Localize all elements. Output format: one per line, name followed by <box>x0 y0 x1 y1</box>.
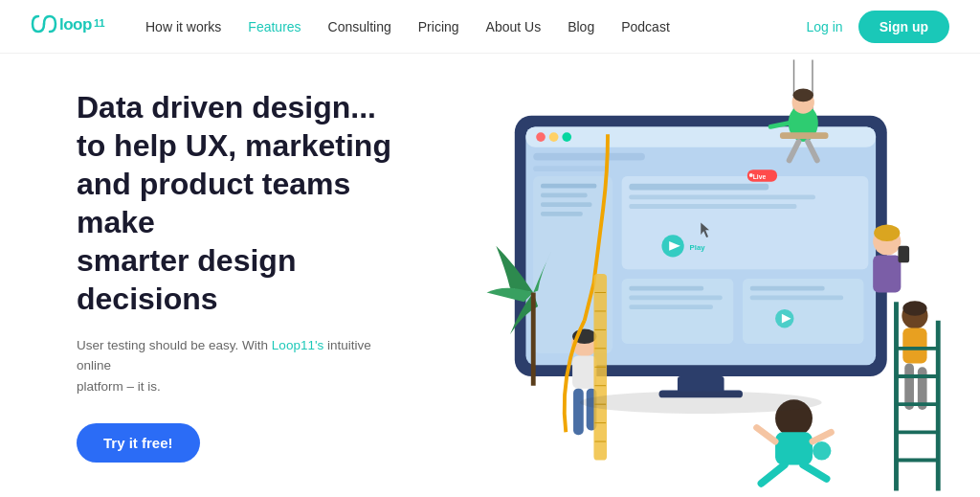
svg-rect-27 <box>629 286 703 291</box>
svg-line-54 <box>813 432 831 441</box>
logo[interactable]: loop 11 <box>31 11 107 43</box>
nav-consulting[interactable]: Consulting <box>328 19 391 34</box>
site-header: loop 11 How it works Features Consulting… <box>0 0 980 54</box>
svg-point-7 <box>562 132 571 142</box>
hero-title: Data driven design...to help UX, marketi… <box>77 88 410 318</box>
svg-rect-45 <box>780 132 829 139</box>
nav-about-us[interactable]: About Us <box>486 19 542 34</box>
svg-rect-17 <box>629 194 814 199</box>
svg-line-55 <box>761 464 784 483</box>
logo-text: loop 11 <box>31 11 107 43</box>
hero-content: Data driven design...to help UX, marketi… <box>0 54 440 497</box>
svg-point-25 <box>749 173 753 177</box>
svg-rect-31 <box>750 286 825 291</box>
nav-how-it-works[interactable]: How it works <box>145 19 221 34</box>
main-content: Data driven design...to help UX, marketi… <box>0 54 980 497</box>
loop11-link[interactable]: Loop11's <box>272 338 323 352</box>
svg-rect-14 <box>541 212 583 216</box>
svg-rect-60 <box>573 389 584 436</box>
svg-rect-16 <box>629 184 768 191</box>
svg-rect-18 <box>629 204 796 209</box>
nav-features[interactable]: Features <box>248 19 301 34</box>
svg-rect-9 <box>533 166 608 171</box>
svg-text:loop: loop <box>59 15 92 34</box>
hero-subtitle: User testing should be easy. With Loop11… <box>77 335 383 397</box>
header-actions: Log in Sign up <box>807 11 949 43</box>
svg-rect-59 <box>572 356 596 389</box>
svg-text:Play: Play <box>690 243 706 252</box>
svg-rect-32 <box>750 295 843 300</box>
svg-rect-64 <box>902 328 926 363</box>
svg-rect-52 <box>775 432 813 464</box>
svg-point-6 <box>549 132 559 142</box>
signup-button[interactable]: Sign up <box>858 11 949 43</box>
svg-point-86 <box>813 441 831 460</box>
svg-rect-11 <box>541 184 596 189</box>
svg-line-53 <box>757 427 775 441</box>
hero-illustration: Play Live <box>440 54 980 497</box>
try-free-button[interactable]: Try it free! <box>77 423 200 463</box>
svg-point-63 <box>902 301 926 316</box>
hero-svg: Play Live <box>440 54 980 497</box>
svg-point-85 <box>580 392 822 414</box>
svg-rect-8 <box>533 153 645 161</box>
svg-rect-29 <box>629 305 713 309</box>
nav-blog[interactable]: Blog <box>568 19 594 34</box>
svg-rect-49 <box>898 246 909 263</box>
svg-text:11: 11 <box>94 17 105 29</box>
svg-point-47 <box>874 225 900 242</box>
svg-rect-12 <box>541 192 588 197</box>
svg-rect-48 <box>873 256 901 293</box>
login-button[interactable]: Log in <box>807 19 843 34</box>
main-nav: How it works Features Consulting Pricing… <box>145 19 807 34</box>
svg-point-5 <box>536 132 546 142</box>
svg-rect-13 <box>541 202 591 207</box>
nav-pricing[interactable]: Pricing <box>418 19 459 34</box>
svg-rect-28 <box>629 295 722 300</box>
nav-podcast[interactable]: Podcast <box>621 19 670 34</box>
svg-point-41 <box>793 89 813 102</box>
svg-line-56 <box>803 464 826 479</box>
svg-text:Live: Live <box>753 173 767 180</box>
